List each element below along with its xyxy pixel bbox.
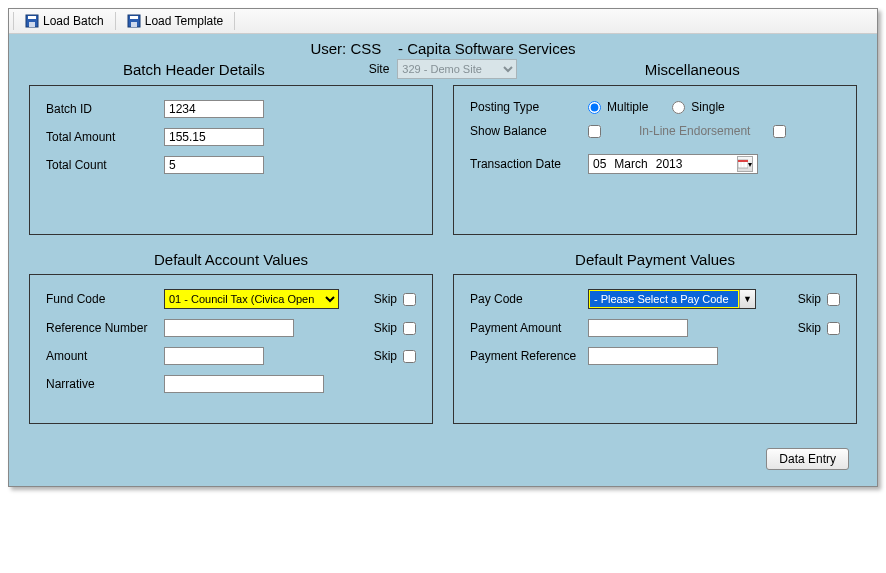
pay-code-select[interactable]: - Please Select a Pay Code ▼ [588, 289, 756, 309]
skip-label: Skip [374, 349, 397, 363]
amount-input[interactable] [164, 347, 264, 365]
toolbar-separator [115, 12, 116, 30]
fund-code-select[interactable]: 01 - Council Tax (Civica Open [164, 289, 339, 309]
default-payment-panel: Pay Code - Please Select a Pay Code ▼ Sk… [453, 274, 857, 424]
pay-code-value: - Please Select a Pay Code [590, 291, 738, 307]
date-year: 2013 [656, 157, 683, 171]
payment-amount-skip-checkbox[interactable] [827, 322, 840, 335]
reference-number-input[interactable] [164, 319, 294, 337]
default-account-panel: Fund Code 01 - Council Tax (Civica Open … [29, 274, 433, 424]
batch-id-label: Batch ID [46, 102, 156, 116]
posting-type-label: Posting Type [470, 100, 580, 114]
fund-code-skip-checkbox[interactable] [403, 293, 416, 306]
skip-label: Skip [374, 321, 397, 335]
payment-amount-label: Payment Amount [470, 321, 580, 335]
default-account-title: Default Account Values [29, 251, 433, 268]
svg-rect-5 [131, 22, 137, 27]
site-select[interactable]: 329 - Demo Site [397, 59, 517, 79]
toolbar-separator [13, 12, 14, 30]
total-count-input[interactable] [164, 156, 264, 174]
radio-single[interactable] [672, 101, 685, 114]
fund-code-label: Fund Code [46, 292, 156, 306]
user-header: User: CSS - Capita Software Services [9, 34, 877, 57]
transaction-date-label: Transaction Date [470, 157, 580, 171]
site-label: Site [369, 62, 390, 76]
pay-code-skip-checkbox[interactable] [827, 293, 840, 306]
miscellaneous-panel: Posting Type Multiple Single Show Balanc [453, 85, 857, 235]
posting-type-single[interactable]: Single [672, 100, 724, 114]
narrative-input[interactable] [164, 375, 324, 393]
show-balance-label: Show Balance [470, 124, 580, 138]
skip-label: Skip [798, 321, 821, 335]
batch-id-input[interactable] [164, 100, 264, 118]
toolbar: Load Batch Load Template [9, 9, 877, 34]
reference-number-skip-checkbox[interactable] [403, 322, 416, 335]
miscellaneous-title: Miscellaneous [527, 61, 857, 78]
skip-label: Skip [374, 292, 397, 306]
narrative-label: Narrative [46, 377, 156, 391]
multiple-label: Multiple [607, 100, 648, 114]
total-count-label: Total Count [46, 158, 156, 172]
data-entry-button[interactable]: Data Entry [766, 448, 849, 470]
payment-reference-label: Payment Reference [470, 349, 580, 363]
main-window: Load Batch Load Template User: CSS - Cap… [8, 8, 878, 487]
date-day: 05 [593, 157, 606, 171]
user-label: User: CSS [310, 40, 381, 57]
calendar-icon[interactable]: ▾ [737, 156, 753, 172]
transaction-date-input[interactable]: 05 March 2013 ▾ [588, 154, 758, 174]
payment-amount-input[interactable] [588, 319, 688, 337]
svg-rect-7 [738, 160, 748, 162]
save-icon [25, 14, 39, 28]
save-icon [127, 14, 141, 28]
posting-type-multiple[interactable]: Multiple [588, 100, 648, 114]
svg-rect-4 [130, 16, 138, 19]
content-area: User: CSS - Capita Software Services Bat… [9, 34, 877, 486]
single-label: Single [691, 100, 724, 114]
batch-header-title: Batch Header Details [29, 61, 359, 78]
toolbar-separator [234, 12, 235, 30]
batch-header-panel: Batch ID Total Amount Total Count [29, 85, 433, 235]
show-balance-checkbox[interactable] [588, 125, 601, 138]
default-payment-title: Default Payment Values [453, 251, 857, 268]
svg-rect-1 [28, 16, 36, 19]
chevron-down-icon: ▼ [739, 290, 755, 308]
load-batch-button[interactable]: Load Batch [18, 11, 111, 31]
load-template-label: Load Template [145, 14, 224, 28]
date-month: March [614, 157, 647, 171]
company-label: - Capita Software Services [398, 40, 576, 57]
load-template-button[interactable]: Load Template [120, 11, 231, 31]
inline-endorsement-checkbox[interactable] [773, 125, 786, 138]
payment-reference-input[interactable] [588, 347, 718, 365]
radio-multiple[interactable] [588, 101, 601, 114]
total-amount-label: Total Amount [46, 130, 156, 144]
amount-skip-checkbox[interactable] [403, 350, 416, 363]
load-batch-label: Load Batch [43, 14, 104, 28]
skip-label: Skip [798, 292, 821, 306]
total-amount-input[interactable] [164, 128, 264, 146]
pay-code-label: Pay Code [470, 292, 580, 306]
reference-number-label: Reference Number [46, 321, 156, 335]
amount-label: Amount [46, 349, 156, 363]
inline-endorsement-label: In-Line Endorsement [639, 124, 750, 138]
svg-rect-2 [29, 22, 35, 27]
